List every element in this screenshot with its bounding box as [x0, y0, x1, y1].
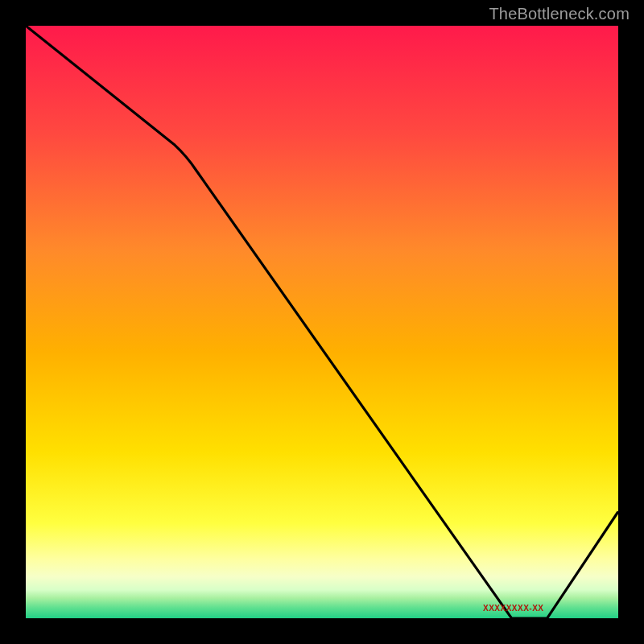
valley-annotation: XXXXXXXX-XX	[483, 604, 544, 613]
gradient-background	[26, 26, 618, 618]
watermark-text: TheBottleneck.com	[489, 5, 630, 23]
chart-canvas: TheBottleneck.com	[0, 0, 644, 644]
plot-area: XXXXXXXX-XX	[26, 26, 618, 618]
chart-svg	[26, 26, 618, 618]
